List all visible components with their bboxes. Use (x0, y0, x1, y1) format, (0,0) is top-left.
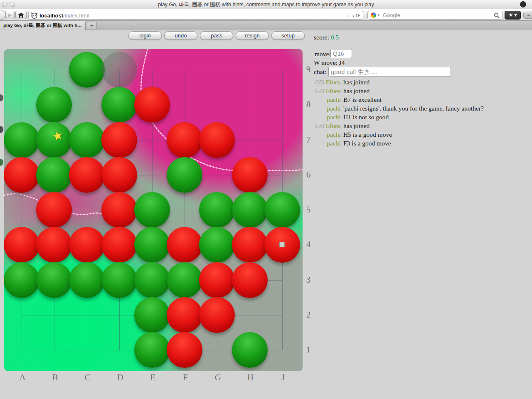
go-board[interactable]: ★ (4, 49, 303, 371)
stone-B6[interactable] (36, 157, 72, 193)
stone-D7[interactable] (101, 122, 137, 158)
stone-E2[interactable] (134, 297, 170, 333)
edge-bump (0, 159, 3, 166)
site-favicon-cat-icon (31, 12, 38, 21)
row-label-2: 2 (304, 310, 313, 320)
chat-rank: GB (315, 79, 325, 86)
row-label-9: 9 (304, 64, 313, 75)
stone-E3[interactable] (134, 262, 170, 298)
stone-D3[interactable] (101, 262, 137, 298)
chat-message: pachi'pachi resigns', thank you for the … (314, 104, 530, 113)
stone-D4[interactable] (101, 227, 137, 263)
stone-D5[interactable] (101, 192, 137, 228)
stone-G7[interactable] (199, 122, 235, 158)
tab-play-go[interactable]: play Go, 바둑, 囲碁 or 围棋 with h... (0, 21, 86, 30)
chat-input[interactable]: good call 生き.... (328, 67, 451, 76)
stone-F2[interactable] (167, 297, 202, 333)
chat-nickname: Efuea (326, 79, 341, 86)
extension-icon[interactable]: ❧ (523, 12, 532, 19)
chat-text: H1 is not so good (343, 113, 389, 121)
url-path: /index.html (63, 12, 89, 19)
stone-A4[interactable] (4, 227, 39, 263)
search-engine-dropdown-icon[interactable]: ▾ (377, 13, 379, 17)
chat-nickname: pachi (327, 131, 341, 138)
stone-G3[interactable] (199, 262, 235, 298)
setup-button[interactable]: setup (271, 31, 305, 40)
stone-E4[interactable] (134, 227, 170, 263)
stone-F7[interactable] (167, 122, 202, 158)
home-button[interactable] (15, 11, 27, 19)
reload-icon[interactable]: ⟳ (356, 12, 360, 19)
col-label-B: B (51, 372, 59, 383)
browser-window: play Go, 바둑, 囲碁 or 围棋 with hints, commen… (0, 0, 532, 399)
stone-G2[interactable] (199, 297, 235, 333)
url-field[interactable]: localhost/index.html ☆ ▾ ⟳ (28, 11, 363, 20)
stone-C7[interactable] (69, 122, 105, 158)
stone-E1[interactable] (134, 332, 170, 368)
stone-J5[interactable] (264, 192, 300, 228)
bookmark-star-icon[interactable]: ☆ (346, 12, 351, 19)
stone-H5[interactable] (232, 192, 268, 228)
stone-F1[interactable] (167, 332, 202, 368)
score-label: score: (314, 34, 329, 41)
chat-nickname: pachi (327, 113, 341, 121)
stone-H1[interactable] (232, 332, 268, 368)
new-tab-button[interactable]: + (87, 22, 97, 30)
stone-F3[interactable] (167, 262, 202, 298)
stone-C6[interactable] (69, 157, 105, 193)
stone-D6[interactable] (101, 157, 137, 193)
chat-label: chat: (314, 68, 326, 76)
stone-A6[interactable] (4, 157, 39, 193)
resign-button[interactable]: resign (236, 31, 269, 40)
login-button[interactable]: login (128, 31, 162, 40)
stone-G4[interactable] (199, 227, 235, 263)
col-label-E: E (149, 372, 157, 383)
stone-H6[interactable] (232, 157, 268, 193)
stone-F4[interactable] (167, 227, 202, 263)
chat-nickname: pachi (327, 140, 341, 147)
home-icon (18, 12, 24, 18)
ghost-stone-D9[interactable] (101, 52, 137, 88)
game-toolbar: loginundopassresignsetup (128, 31, 305, 40)
stone-B5[interactable] (36, 192, 72, 228)
pass-button[interactable]: pass (200, 31, 233, 40)
url-field-icons: ☆ ▾ ⟳ (346, 12, 360, 20)
edge-bump (0, 94, 3, 101)
stone-E5[interactable] (134, 192, 170, 228)
wmove-text: W move: J4 (314, 59, 345, 66)
forward-button[interactable]: ▶ (5, 11, 15, 19)
back-button[interactable] (0, 10, 6, 20)
chat-message: GB Efueahas joined (314, 78, 530, 86)
stone-E8[interactable] (134, 87, 170, 123)
stone-A3[interactable] (4, 262, 39, 298)
stone-D8[interactable] (101, 87, 137, 123)
row-label-1: 1 (304, 345, 313, 355)
chat-message: pachiH5 is a good move (314, 130, 530, 139)
url-dropdown-icon[interactable]: ▾ (352, 14, 355, 18)
search-field[interactable]: ▾ Google (367, 11, 503, 20)
stone-B3[interactable] (36, 262, 72, 298)
stone-G5[interactable] (199, 192, 235, 228)
navigation-bar: ▶ localhost/index.html ☆ ▾ ⟳ (0, 9, 532, 21)
stone-C3[interactable] (69, 262, 105, 298)
undo-button[interactable]: undo (164, 31, 197, 40)
stone-C4[interactable] (69, 227, 105, 263)
stone-H3[interactable] (232, 262, 268, 298)
stone-H4[interactable] (232, 227, 268, 263)
score-line: score: 0.5 (314, 34, 339, 41)
col-label-G: G (214, 372, 222, 383)
url-text: localhost/index.html (39, 12, 89, 20)
bookmarks-button[interactable]: ★ ▾ (505, 11, 521, 20)
move-input[interactable]: Q16 (330, 49, 352, 58)
stone-C9[interactable] (69, 52, 105, 88)
chat-message: pachiH1 is not so good (314, 113, 530, 121)
row-label-4: 4 (304, 239, 313, 250)
stone-A7[interactable] (4, 122, 39, 158)
row-label-3: 3 (304, 275, 313, 285)
col-label-H: H (246, 372, 255, 383)
window-theme-button[interactable] (520, 1, 526, 7)
score-value: 0.5 (331, 34, 339, 41)
chat-message: GB Efueahas joined (314, 121, 530, 130)
search-icon[interactable] (494, 12, 500, 20)
stone-F6[interactable] (167, 157, 202, 193)
